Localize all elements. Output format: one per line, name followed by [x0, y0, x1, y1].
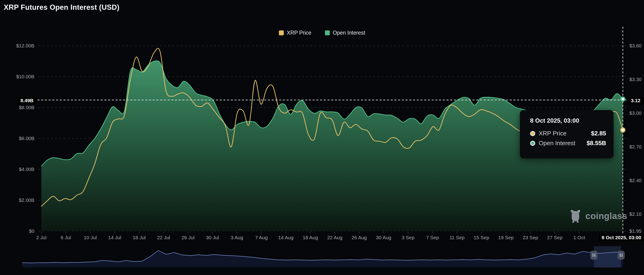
tooltip-label-open-interest: Open Interest — [539, 140, 576, 147]
coinglass-watermark-text: coinglass — [586, 211, 627, 221]
x-axis-label: 1 Oct — [573, 235, 585, 240]
x-axis-label: 30 Jul — [206, 235, 219, 240]
x-axis-label: 15 Sep — [474, 235, 489, 240]
crosshair-date-label: 8 Oct 2025, 03:00 — [599, 234, 644, 241]
x-axis-label: 18 Jul — [133, 235, 146, 240]
x-axis-label: 27 Sep — [547, 235, 563, 240]
crosshair-oi-value-label: 8.49B — [16, 97, 38, 104]
y-axis-left-label: $4.00B — [19, 167, 34, 172]
open-interest-dot-icon — [530, 141, 535, 146]
xrp-price-dot-icon — [530, 131, 535, 136]
open-interest-swatch-icon — [325, 30, 330, 35]
x-axis-label: 11 Sep — [450, 235, 464, 240]
y-axis-right-label: $3.00 — [629, 110, 642, 116]
y-axis-right-label: $3.60 — [629, 43, 642, 48]
handle-bar-icon — [594, 254, 595, 257]
x-axis-label: 7 Sep — [426, 235, 439, 240]
x-axis-label: 22 Aug — [327, 235, 342, 240]
x-axis-label: 14 Aug — [278, 235, 293, 240]
y-axis-left-label: $0 — [29, 228, 34, 234]
y-axis-left-label: $8.00B — [19, 105, 34, 110]
tooltip-row-open-interest: Open Interest $8.55B — [530, 140, 606, 147]
legend-label-open-interest: Open Interest — [333, 30, 365, 36]
legend: XRP Price Open Interest — [0, 30, 644, 36]
x-axis-label: 22 Jul — [157, 235, 170, 240]
y-axis-right-label: $1.95 — [629, 228, 642, 234]
y-axis-right-label: $2.10 — [629, 211, 642, 217]
tooltip-row-xrp-price: XRP Price $2.85 — [530, 130, 606, 137]
xrp-price-swatch-icon — [279, 30, 284, 35]
navigator-right-handle[interactable] — [618, 251, 625, 260]
y-axis-left-label: $2.00B — [19, 197, 34, 203]
tooltip: 8 Oct 2025, 03:00 XRP Price $2.85 Open I… — [520, 110, 614, 158]
tooltip-value-xrp-price: $2.85 — [591, 130, 606, 137]
y-axis-right-label: $3.30 — [629, 77, 642, 82]
legend-label-xrp-price: XRP Price — [287, 30, 312, 36]
x-axis-label: 3 Aug — [231, 235, 243, 240]
x-axis-label: 3 Sep — [402, 235, 414, 240]
x-axis-label: 10 Jul — [84, 235, 97, 240]
x-axis-label: 7 Aug — [255, 235, 268, 240]
navigator-selection-window[interactable] — [594, 246, 621, 268]
x-axis-label: 2 Jul — [36, 235, 46, 240]
coinglass-watermark: coinglass — [569, 209, 627, 223]
y-axis-right-label: $2.70 — [629, 144, 642, 150]
tooltip-date: 8 Oct 2025, 03:00 — [530, 117, 606, 124]
crosshair-price-value-label: 3.12 — [628, 97, 644, 104]
coinglass-bull-icon — [569, 209, 582, 223]
navigator-left-handle[interactable] — [590, 251, 598, 260]
handle-bar-icon — [622, 254, 622, 257]
x-axis-label: 23 Sep — [523, 235, 538, 240]
handle-bar-icon — [620, 254, 620, 257]
x-axis-label: 14 Jul — [108, 235, 121, 240]
handle-bar-icon — [593, 254, 593, 257]
y-axis-left-label: $12.00B — [16, 43, 34, 48]
legend-item-open-interest[interactable]: Open Interest — [325, 30, 365, 36]
x-axis-label: 30 Aug — [376, 235, 391, 240]
legend-item-xrp-price[interactable]: XRP Price — [279, 30, 312, 36]
x-axis-label: 6 Jul — [61, 235, 71, 240]
y-axis-left-label: $10.00B — [16, 74, 34, 79]
x-axis-label: 26 Jul — [182, 235, 194, 240]
x-axis-label: 19 Sep — [498, 235, 514, 240]
y-axis-left-label: $6.00B — [19, 136, 34, 141]
x-axis-label: 18 Aug — [302, 235, 318, 240]
tooltip-label-xrp-price: XRP Price — [539, 130, 566, 137]
tooltip-value-open-interest: $8.55B — [586, 140, 606, 147]
y-axis-right-label: $2.40 — [629, 178, 642, 183]
coinglass-chart-page: XRP Futures Open Interest (USD) XRP Pric… — [0, 0, 644, 275]
x-axis-label: 26 Aug — [352, 235, 367, 240]
